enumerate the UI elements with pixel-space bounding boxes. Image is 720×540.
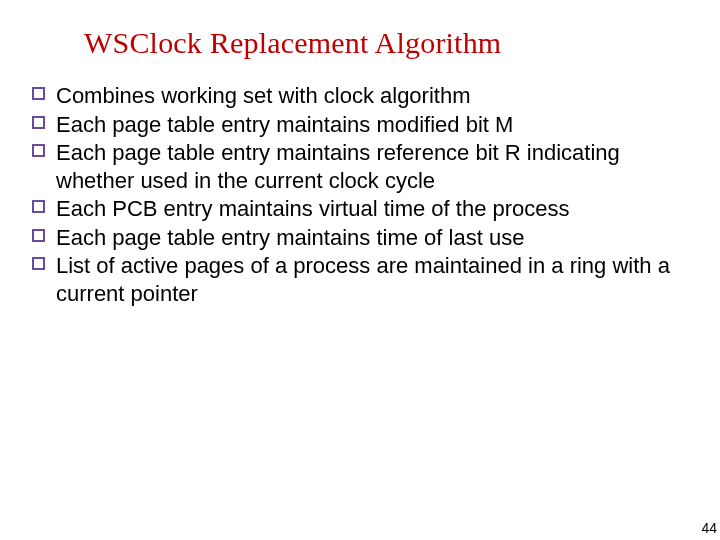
bullet-item: Each PCB entry maintains virtual time of… [28, 195, 690, 223]
bullet-item: Each page table entry maintains referenc… [28, 139, 690, 194]
bullet-item: Each page table entry maintains modified… [28, 111, 690, 139]
bullet-item: Each page table entry maintains time of … [28, 224, 690, 252]
bullet-text: Each page table entry maintains modified… [56, 112, 513, 137]
bullet-text: Combines working set with clock algorith… [56, 83, 471, 108]
slide: WSClock Replacement Algorithm Combines w… [0, 0, 720, 540]
bullet-item: Combines working set with clock algorith… [28, 82, 690, 110]
bullet-text: Each page table entry maintains referenc… [56, 140, 620, 193]
bullet-item: List of active pages of a process are ma… [28, 252, 690, 307]
bullet-text: List of active pages of a process are ma… [56, 253, 670, 306]
slide-title: WSClock Replacement Algorithm [0, 0, 720, 60]
bullet-text: Each page table entry maintains time of … [56, 225, 524, 250]
slide-body: Combines working set with clock algorith… [0, 60, 720, 307]
page-number: 44 [701, 520, 717, 536]
bullet-text: Each PCB entry maintains virtual time of… [56, 196, 570, 221]
